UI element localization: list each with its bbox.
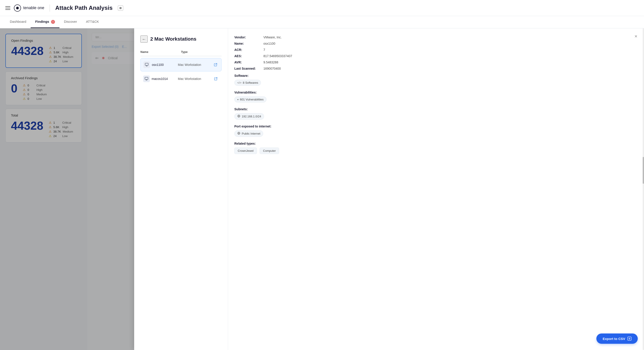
modal-back-row: ← 2 Mac Workstations [140,35,222,43]
port-chip[interactable]: Public Internet [234,130,263,137]
asset-name-macos1014: macos1014 [152,77,168,81]
nav-tabs: Dashboard Findings • Discover ATT&CK [0,16,644,28]
export-csv-icon [628,337,632,341]
tenable-logo-icon [14,4,21,11]
vulnerabilities-section-label: Vulnerabilities: [234,91,638,94]
aes-label: AES: [234,54,264,58]
app-title: Attack Path Analysis [55,4,112,11]
asset-icon-osx1100 [143,61,150,68]
detail-acr: ACR: 7 [234,48,638,52]
subnets-chip-text: 192.168.1.0/24 [242,115,261,118]
detail-vendor: Vendor: VMware, Inc. [234,35,638,39]
vulnerabilities-chip-text: 601 Vulnerabilities [240,98,264,101]
related-section-label: Related types: [234,142,638,145]
findings-badge: • [51,20,55,24]
name-label: Name: [234,42,264,45]
detail-name: Name: osx1100 [234,42,638,45]
close-button[interactable]: × [632,33,640,40]
software-chip-icon: </> [237,81,242,84]
tab-attck[interactable]: ATT&CK [82,16,103,28]
modal-title: 2 Mac Workstations [150,36,196,42]
detail-group-subnets: Subnets: 192.168.1.0/24 [234,107,638,121]
detail-group-software: Software: </> 8 Softwares [234,74,638,87]
acr-label: ACR: [234,48,264,52]
port-section-label: Port exposed to internet: [234,125,638,128]
related-chips: CrownJewel Computer [234,148,638,154]
logo-area: tenable one [14,4,44,11]
asset-table: Name Type osx1100 [140,48,222,343]
app-container: tenable one Attack Path Analysis ⊞ Dashb… [0,0,644,350]
software-chip[interactable]: </> 8 Softwares [234,80,261,86]
asset-table-header: Name Type [140,48,222,56]
detail-aes: AES: 817.5469503337407 [234,54,638,58]
detail-avr: AVR: 9.5483288 [234,60,638,64]
svg-rect-3 [145,77,148,79]
asset-name-cell-macos1014: macos1014 [143,75,178,82]
col-name-header: Name [140,50,181,54]
scrollbar-track [643,28,644,350]
tab-discover[interactable]: Discover [60,16,82,28]
software-chip-text: 8 Softwares [243,81,258,84]
port-chip-text: Public Internet [242,132,260,135]
last-scanned-value: 1690070400 [264,67,281,70]
asset-name-osx1100: osx1100 [152,63,164,66]
detail-group-main: Vendor: VMware, Inc. Name: osx1100 ACR: … [234,35,638,70]
export-csv-label: Export to CSV [603,337,625,341]
detail-group-vulnerabilities: Vulnerabilities: ● 601 Vulnerabilities [234,91,638,104]
svg-point-1 [16,7,19,9]
title-settings-icon[interactable]: ⊞ [118,5,123,11]
acr-value: 7 [264,48,265,52]
detail-group-port: Port exposed to internet: Public Interne… [234,125,638,138]
port-chip-icon [237,132,240,136]
asset-list-section: ← 2 Mac Workstations Name Type [134,28,228,350]
subnets-section-label: Subnets: [234,107,638,111]
hamburger-menu[interactable] [5,6,10,10]
related-chip-computer[interactable]: Computer [260,148,279,154]
last-scanned-label: Last Scanned: [234,67,264,70]
export-csv-button[interactable]: Export to CSV [596,334,638,344]
asset-type-macos1014: Mac Workstation [178,77,213,81]
asset-name-cell-osx1100: osx1100 [143,61,178,68]
asset-row-osx1100[interactable]: osx1100 Mac Workstation [140,58,222,71]
tab-findings[interactable]: Findings • [31,16,60,28]
asset-icon-macos1014 [143,75,150,82]
asset-external-link-macos1014[interactable] [213,76,219,82]
asset-external-link-osx1100[interactable] [212,62,219,68]
name-value: osx1100 [264,42,275,45]
related-chip-crownjewel[interactable]: CrownJewel [234,148,257,154]
asset-type-osx1100: Mac Workstation [178,63,213,66]
logo-text: tenable one [23,5,44,10]
vulnerabilities-chip[interactable]: ● 601 Vulnerabilities [234,96,266,102]
asset-row-macos1014[interactable]: macos1014 Mac Workstation [140,72,222,85]
back-button[interactable]: ← [140,35,148,43]
detail-last-scanned: Last Scanned: 1690070400 [234,67,638,70]
details-section: × Vendor: VMware, Inc. Name: osx1100 ACR… [228,28,644,350]
vendor-value: VMware, Inc. [264,35,282,39]
scrollbar-thumb[interactable] [643,157,644,184]
detail-group-related: Related types: CrownJewel Computer [234,142,638,154]
col-type-header: Type [181,50,222,54]
software-section-label: Software: [234,74,638,77]
vulnerabilities-chip-icon: ● [237,98,238,101]
svg-rect-2 [145,63,148,65]
aes-value: 817.5469503337407 [264,54,292,58]
modal-panel: ← 2 Mac Workstations Name Type [134,28,644,350]
subnets-chip[interactable]: 192.168.1.0/24 [234,113,264,120]
tab-dashboard[interactable]: Dashboard [5,16,31,28]
vendor-label: Vendor: [234,35,264,39]
avr-value: 9.5483288 [264,60,278,64]
avr-label: AVR: [234,60,264,64]
subnet-chip-icon [237,115,240,118]
main-content: Open Findings 44328 ⚠ 1 Critical ⚠ 5.6K … [0,28,644,350]
header: tenable one Attack Path Analysis ⊞ [0,0,644,16]
